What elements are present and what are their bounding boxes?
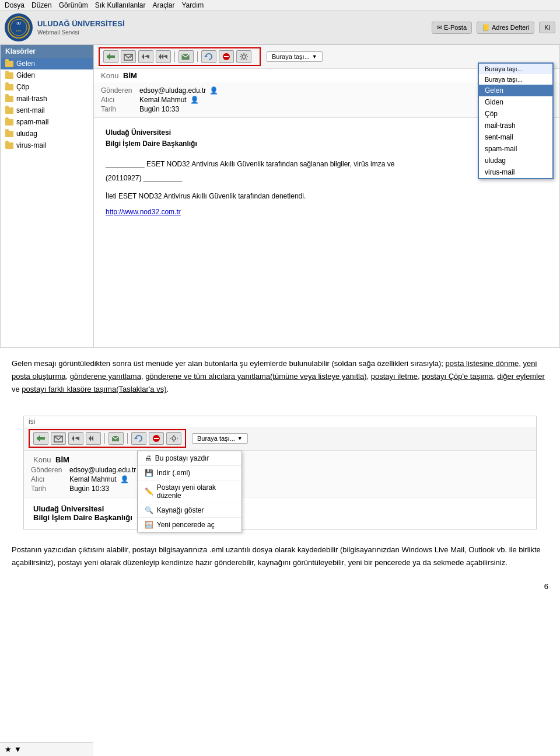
svg-marker-12 [204, 55, 208, 57]
menu-yardim[interactable]: Yardım [181, 1, 204, 9]
toolbar2-red-outline [29, 429, 186, 448]
download-icon: 💾 [145, 469, 153, 477]
refresh-button[interactable] [201, 50, 216, 63]
to-label: Alıcı [101, 96, 136, 104]
sep4 [127, 433, 128, 444]
svg-text:UU: UU [16, 22, 21, 25]
sidebar-item-sent-mail[interactable]: sent-mail [1, 104, 93, 116]
top-toolbar: UU 1975 ULUDAĞ ÜNİVERSİTESİ Webmail Serv… [0, 11, 560, 44]
separator2 [197, 51, 198, 62]
svg-point-26 [172, 437, 176, 440]
sidebar-item-cop[interactable]: Çöp [1, 81, 93, 93]
bottom-text-section: Postanın yazıcıdan çıktısını alabilir, p… [0, 535, 560, 577]
reply-all-button2[interactable] [86, 432, 101, 445]
edit-item[interactable]: ✏️ Postayı yeni olarak düzenle [138, 480, 242, 503]
sidebar-item-gelen[interactable]: Gelen [1, 58, 93, 69]
sidebar-item-giden[interactable]: Giden [1, 69, 93, 81]
dropdown-item-giden[interactable]: Giden [479, 96, 552, 108]
body-line5: İleti ESET NOD32 Antivirus Akıllı Güvenl… [106, 191, 548, 202]
dropdown-item-mail-trash[interactable]: mail-trash [479, 120, 552, 131]
dropdown-item-cop[interactable]: Çöp [479, 108, 552, 120]
book-icon: 📒 [482, 24, 490, 32]
folder-icon [5, 96, 13, 102]
new-window-item[interactable]: 🪟 Yeni pencerede aç [138, 518, 242, 532]
screenshot2-body: Uludağ Üniversitesi Bilgi İşlem Daire Ba… [24, 497, 536, 529]
back-button[interactable] [103, 50, 118, 63]
email-area: Buraya taşı... ▼ Buraya taşı... Buraya t… [94, 45, 559, 347]
svg-rect-5 [107, 55, 115, 58]
desc-link8: postayı farklı klasöre taşıma(Taslaklar'… [22, 385, 166, 393]
dropdown-item-header2[interactable]: Buraya taşı... [479, 74, 552, 85]
person-icon4: 👤 [120, 475, 129, 483]
konu-value2: BİM [55, 455, 69, 464]
dropdown-item-gelen[interactable]: Gelen [479, 85, 552, 96]
folder-icon [5, 142, 13, 149]
compose-button[interactable] [121, 50, 136, 63]
svg-rect-17 [37, 437, 45, 440]
move-dropdown[interactable]: Buraya taşı... Buraya taşı... Gelen Gide… [478, 62, 554, 179]
reply-all-button[interactable] [156, 50, 171, 63]
menu-gorunum[interactable]: Görünüm [59, 1, 88, 9]
download-item[interactable]: 💾 İndir (.eml) [138, 466, 242, 480]
konu-value: BİM [123, 71, 137, 80]
delete-button[interactable] [219, 50, 234, 63]
sidebar-item-spam-mail[interactable]: spam-mail [1, 116, 93, 128]
from-value: edsoy@uludag.edu.tr [139, 86, 206, 95]
menu-duzen[interactable]: Düzen [32, 1, 52, 9]
move-to-button2[interactable]: Buraya taşı... ▼ [192, 433, 248, 444]
source-icon: 🔍 [145, 506, 153, 514]
svg-text:1975: 1975 [16, 29, 22, 32]
back-button2[interactable] [33, 432, 48, 445]
page-number: 6 [0, 577, 560, 595]
svg-marker-20 [89, 436, 91, 441]
print-item[interactable]: 🖨 Bu postayı yazdır [138, 451, 242, 466]
desc-link5: postayı iletme [371, 372, 418, 381]
settings-button2[interactable] [166, 432, 181, 445]
email-toolbar: Buraya taşı... ▼ Buraya taşı... Buraya t… [94, 45, 559, 69]
reply-button2[interactable] [68, 432, 83, 445]
chevron-down-icon: ▼ [312, 54, 317, 60]
body-link[interactable]: http://www.nod32.com.tr [106, 208, 181, 216]
menu-araclar[interactable]: Araçlar [152, 1, 174, 9]
settings-button[interactable] [236, 50, 251, 63]
compose-button2[interactable] [51, 432, 66, 445]
sidebar: Klasörler Gelen Giden Çöp mail-trash sen… [1, 45, 94, 347]
sidebar-item-mail-trash[interactable]: mail-trash [1, 93, 93, 104]
sidebar-item-virus-mail[interactable]: virus-mail [1, 140, 93, 151]
sidebar-item-uludag[interactable]: uludag [1, 128, 93, 140]
actions-dropdown[interactable]: 🖨 Bu postayı yazdır 💾 İndir (.eml) ✏️ Po… [137, 451, 242, 532]
refresh-button2[interactable] [131, 432, 146, 445]
screenshot2-wrapper: isi [0, 416, 560, 529]
dropdown-item-uludag[interactable]: uludag [479, 155, 552, 166]
screenshot2-toolbar: Buraya taşı... ▼ 🖨 Bu postayı yazdır 💾 İ… [24, 427, 536, 451]
menu-sik[interactable]: Sık Kullanılanlar [95, 1, 146, 9]
move-to-button[interactable]: Buraya taşı... ▼ [267, 51, 323, 62]
dropdown-item-sent-mail[interactable]: sent-mail [479, 131, 552, 143]
forward-button[interactable] [178, 50, 194, 63]
menu-dosya[interactable]: Dosya [5, 1, 24, 9]
reply-button[interactable] [138, 50, 153, 63]
svg-marker-9 [159, 54, 161, 60]
move-btn-container: Buraya taşı... ▼ [267, 51, 323, 62]
dropdown-item-header1[interactable]: Buraya taşı... [479, 64, 552, 74]
service-name: Webmail Servisi [37, 29, 125, 36]
svg-point-15 [242, 55, 246, 58]
body2-line1: Uludağ Üniversitesi [33, 504, 527, 513]
delete-button2[interactable] [149, 432, 164, 445]
source-item[interactable]: 🔍 Kaynağı göster [138, 503, 242, 518]
person-icon: 👤 [209, 86, 218, 95]
dropdown-item-virus-mail[interactable]: virus-mail [479, 166, 552, 178]
extra-button[interactable]: Ki [539, 22, 555, 33]
forward-button2[interactable] [108, 432, 124, 445]
bottom-para1: Postanın yazıcıdan çıktısını alabilir, p… [12, 544, 548, 569]
eposta-button[interactable]: ✉ E-Posta [432, 22, 472, 34]
edit-icon: ✏️ [145, 487, 153, 496]
adres-defteri-button[interactable]: 📒 Adres Defteri [477, 22, 534, 34]
folder-icon [5, 72, 13, 79]
date-label2: Tarih [31, 485, 66, 493]
menu-bar: Dosya Düzen Görünüm Sık Kullanılanlar Ar… [0, 0, 560, 11]
date-value2: Bugün 10:33 [69, 485, 109, 493]
date-label: Tarih [101, 105, 136, 113]
to-label2: Alıcı [31, 475, 66, 483]
dropdown-item-spam-mail[interactable]: spam-mail [479, 143, 552, 155]
